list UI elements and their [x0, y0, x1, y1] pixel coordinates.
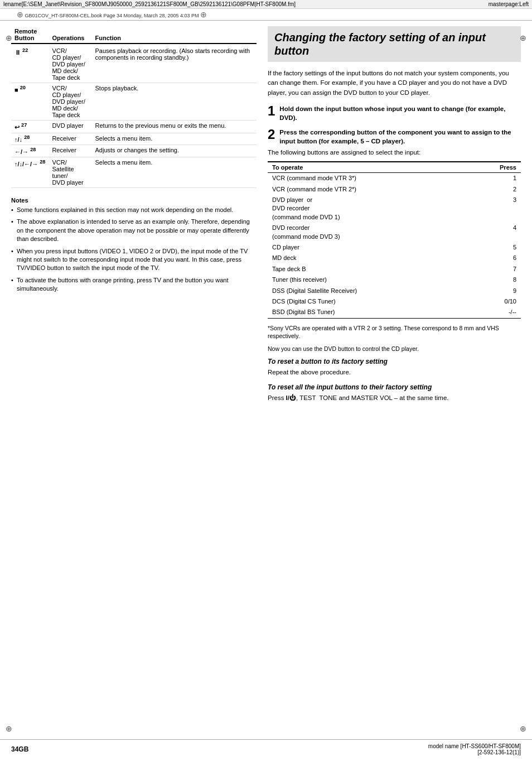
left-column: RemoteButton Operations Function ⏸ 22 VC…: [11, 26, 257, 409]
footnote-text: *Sony VCRs are operated with a VTR 2 or …: [268, 324, 521, 340]
table-row: ↑/↓/←/→ 28 VCR/Satellite tuner/DVD playe…: [11, 157, 257, 187]
compass-mark-right: ⊕: [200, 10, 207, 19]
press-cell: 3: [467, 195, 521, 223]
step2-text: Press the corresponding button of the co…: [279, 128, 521, 146]
operations-cell: VCR/CD player/DVD player/MD deck/Tape de…: [49, 83, 91, 121]
col-header-remote-button: RemoteButton: [11, 26, 49, 44]
remote-button-cell: ■ 20: [11, 83, 49, 121]
section-title-box: Changing the factory setting of an input…: [268, 26, 521, 62]
reset-single-title: To reset a button to its factory setting: [268, 358, 521, 365]
table-row: ↑/↓ 28 Receiver Selects a menu item.: [11, 133, 257, 145]
operations-cell: VCR/Satellite tuner/DVD player: [49, 157, 91, 187]
list-item: To activate the buttons with orange prin…: [11, 276, 257, 293]
table-row: MD deck 6: [268, 253, 521, 263]
remote-button-cell: ↑/↓/←/→ 28: [11, 157, 49, 187]
table-row: ⏸ 22 VCR/CD player/DVD player/MD deck/Ta…: [11, 44, 257, 83]
function-cell: Adjusts or changes the setting.: [92, 145, 257, 157]
compass-mark-left: ⊕: [17, 10, 23, 19]
table-row: Tuner (this receiver) 8: [268, 274, 521, 285]
corner-mark-tl: ⊕: [6, 33, 12, 42]
remote-button-cell: ←/→ 28: [11, 145, 49, 157]
reset-all-title: To reset all the input buttons to their …: [268, 383, 521, 391]
press-cell: 1: [467, 173, 521, 184]
function-cell: Returns to the previous menu or exits th…: [92, 121, 257, 133]
function-cell: Selects a menu item.: [92, 157, 257, 187]
page-number: 34GB: [11, 745, 28, 753]
press-cell: 0/10: [467, 296, 521, 307]
col-header-operations: Operations: [49, 26, 91, 44]
table-row: DVD player orDVD recorder(command mode D…: [268, 195, 521, 223]
masterpage-label: masterpage:Left: [489, 1, 529, 7]
operation-cell: VCR (command mode VTR 2*): [268, 184, 467, 195]
book-info-text: GB01COV_HT-SF800M-CEL.book Page 34 Monda…: [25, 13, 199, 18]
press-cell: 2: [467, 184, 521, 195]
table-row: ■ 20 VCR/CD player/DVD player/MD deck/Ta…: [11, 83, 257, 121]
list-item: The above explanation is intended to ser…: [11, 218, 257, 243]
table-row: DSS (Digital Satellite Receiver) 9: [268, 286, 521, 296]
function-cell: Selects a menu item.: [92, 133, 257, 145]
table-row: BSD (Digital BS Tuner) -/--: [268, 307, 521, 318]
model-name-block: model name [HT-SS600/HT-SF800M] [2-592-1…: [428, 743, 521, 755]
table-row: ↩ 27 DVD player Returns to the previous …: [11, 121, 257, 133]
table-row: VCR (command mode VTR 2*) 2: [268, 184, 521, 195]
press-cell: 8: [467, 274, 521, 285]
reset-all-body: Press I/⏻, TEST TONE and MASTER VOL – at…: [268, 393, 521, 402]
press-cell: 4: [467, 223, 521, 242]
list-item: When you press input buttons (VIDEO 1, V…: [11, 247, 257, 273]
press-cell: 5: [467, 242, 521, 253]
operation-cell: BSD (Digital BS Tuner): [268, 307, 467, 318]
section-title: Changing the factory setting of an input…: [274, 31, 514, 57]
press-cell: 6: [467, 253, 521, 263]
list-item: Some functions explained in this section…: [11, 206, 257, 214]
operation-cell: MD deck: [268, 253, 467, 263]
operation-cell: CD player: [268, 242, 467, 253]
press-cell: 9: [467, 286, 521, 296]
operation-cell: DCS (Digital CS Tuner): [268, 296, 467, 307]
table-row: DCS (Digital CS Tuner) 0/10: [268, 296, 521, 307]
intro-text: If the factory settings of the input but…: [268, 69, 521, 98]
book-info-bar: ⊕ GB01COV_HT-SF800M-CEL.book Page 34 Mon…: [0, 9, 532, 21]
table-row: DVD recorder(command mode DVD 3) 4: [268, 223, 521, 242]
step2-number: 2: [268, 128, 275, 141]
notes-title: Notes: [11, 197, 257, 204]
remote-button-cell: ↩ 27: [11, 121, 49, 133]
step1-text: Hold down the input button whose input y…: [279, 104, 521, 122]
corner-mark-br: ⊕: [520, 724, 526, 733]
operation-cell: DSS (Digital Satellite Receiver): [268, 286, 467, 296]
input-table-col-press: Press: [467, 162, 521, 173]
filename-label: lename[E:\SEM_Janet\Revision_SF800M\J905…: [3, 1, 296, 7]
remote-button-cell: ⏸ 22: [11, 44, 49, 83]
operations-cell: Receiver: [49, 133, 91, 145]
step2-container: 2 Press the corresponding button of the …: [268, 128, 521, 319]
table-row: CD player 5: [268, 242, 521, 253]
step1-container: 1 Hold down the input button whose input…: [268, 104, 521, 122]
main-content: RemoteButton Operations Function ⏸ 22 VC…: [0, 21, 532, 415]
model-name-label: model name [HT-SS600/HT-SF800M]: [428, 743, 521, 749]
press-cell: 7: [467, 264, 521, 274]
table-row: ←/→ 28 Receiver Adjusts or changes the s…: [11, 145, 257, 157]
table-row: Tape deck B 7: [268, 264, 521, 274]
corner-mark-bl: ⊕: [6, 724, 12, 733]
footer: 34GB model name [HT-SS600/HT-SF800M] [2-…: [0, 739, 532, 755]
model-code-label: [2-592-136-12(1)]: [428, 749, 521, 755]
operations-cell: Receiver: [49, 145, 91, 157]
reset-single-body: Repeat the above procedure.: [268, 368, 521, 377]
step1-number: 1: [268, 104, 275, 118]
right-column: Changing the factory setting of an input…: [268, 26, 521, 409]
corner-mark-tr: ⊕: [520, 33, 526, 42]
remote-button-cell: ↑/↓ 28: [11, 133, 49, 145]
col-header-function: Function: [92, 26, 257, 44]
after-table-text: Now you can use the DVD button to contro…: [268, 345, 521, 353]
operations-cell: VCR/CD player/DVD player/MD deck/Tape de…: [49, 44, 91, 83]
notes-section: Notes Some functions explained in this s…: [11, 197, 257, 293]
input-table: To operate Press VCR (command mode VTR 3…: [268, 161, 521, 318]
operation-cell: VCR (command mode VTR 3*): [268, 173, 467, 184]
press-cell: -/--: [467, 307, 521, 318]
function-cell: Pauses playback or recording. (Also star…: [92, 44, 257, 83]
operation-cell: DVD recorder(command mode DVD 3): [268, 223, 467, 242]
operation-cell: DVD player orDVD recorder(command mode D…: [268, 195, 467, 223]
operations-cell: DVD player: [49, 121, 91, 133]
table-row: VCR (command mode VTR 3*) 1: [268, 173, 521, 184]
input-table-col-operation: To operate: [268, 162, 467, 173]
notes-list: Some functions explained in this section…: [11, 206, 257, 293]
